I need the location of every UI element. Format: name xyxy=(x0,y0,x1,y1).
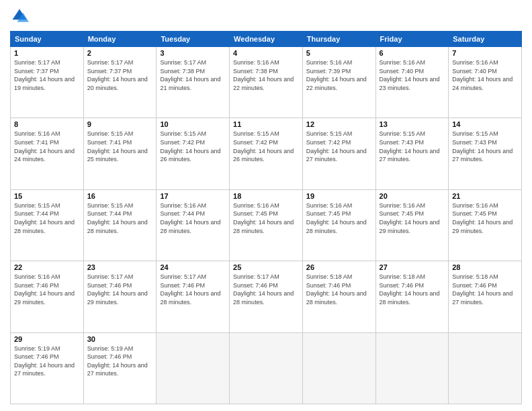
weekday-header-wednesday: Wednesday xyxy=(230,32,303,47)
week-row: 22Sunrise: 5:16 AMSunset: 7:46 PMDayligh… xyxy=(11,261,522,332)
week-row: 1Sunrise: 5:17 AMSunset: 7:37 PMDaylight… xyxy=(11,47,522,118)
table-row: 22Sunrise: 5:16 AMSunset: 7:46 PMDayligh… xyxy=(11,261,84,332)
table-row: 28Sunrise: 5:18 AMSunset: 7:46 PMDayligh… xyxy=(449,261,522,332)
table-row xyxy=(375,332,449,404)
table-row: 7Sunrise: 5:16 AMSunset: 7:40 PMDaylight… xyxy=(449,47,522,118)
header xyxy=(10,7,522,26)
table-row: 3Sunrise: 5:17 AMSunset: 7:38 PMDaylight… xyxy=(157,47,230,118)
weekday-header-sunday: Sunday xyxy=(11,32,84,47)
table-row: 29Sunrise: 5:19 AMSunset: 7:46 PMDayligh… xyxy=(11,332,84,404)
table-row: 24Sunrise: 5:17 AMSunset: 7:46 PMDayligh… xyxy=(157,261,230,332)
table-row: 25Sunrise: 5:17 AMSunset: 7:46 PMDayligh… xyxy=(230,261,303,332)
logo-icon xyxy=(10,7,29,26)
table-row: 4Sunrise: 5:16 AMSunset: 7:38 PMDaylight… xyxy=(230,47,303,118)
weekday-header-saturday: Saturday xyxy=(449,32,522,47)
table-row: 21Sunrise: 5:16 AMSunset: 7:45 PMDayligh… xyxy=(449,189,522,261)
table-row: 1Sunrise: 5:17 AMSunset: 7:37 PMDaylight… xyxy=(11,47,84,118)
table-row: 12Sunrise: 5:15 AMSunset: 7:42 PMDayligh… xyxy=(302,118,375,189)
week-row: 8Sunrise: 5:16 AMSunset: 7:41 PMDaylight… xyxy=(11,118,522,189)
logo xyxy=(10,7,32,26)
week-row: 15Sunrise: 5:15 AMSunset: 7:44 PMDayligh… xyxy=(11,189,522,261)
table-row: 26Sunrise: 5:18 AMSunset: 7:46 PMDayligh… xyxy=(302,261,375,332)
table-row: 20Sunrise: 5:16 AMSunset: 7:45 PMDayligh… xyxy=(375,189,449,261)
table-row: 11Sunrise: 5:15 AMSunset: 7:42 PMDayligh… xyxy=(230,118,303,189)
table-row xyxy=(157,332,230,404)
table-row: 9Sunrise: 5:15 AMSunset: 7:41 PMDaylight… xyxy=(83,118,157,189)
table-row: 19Sunrise: 5:16 AMSunset: 7:45 PMDayligh… xyxy=(302,189,375,261)
weekday-header-tuesday: Tuesday xyxy=(157,32,230,47)
table-row: 23Sunrise: 5:17 AMSunset: 7:46 PMDayligh… xyxy=(83,261,157,332)
table-row: 14Sunrise: 5:15 AMSunset: 7:43 PMDayligh… xyxy=(449,118,522,189)
table-row: 5Sunrise: 5:16 AMSunset: 7:39 PMDaylight… xyxy=(302,47,375,118)
table-row xyxy=(302,332,375,404)
table-row: 8Sunrise: 5:16 AMSunset: 7:41 PMDaylight… xyxy=(11,118,84,189)
calendar-table: SundayMondayTuesdayWednesdayThursdayFrid… xyxy=(10,31,522,404)
table-row: 6Sunrise: 5:16 AMSunset: 7:40 PMDaylight… xyxy=(375,47,449,118)
table-row: 27Sunrise: 5:18 AMSunset: 7:46 PMDayligh… xyxy=(375,261,449,332)
table-row xyxy=(449,332,522,404)
weekday-header-thursday: Thursday xyxy=(302,32,375,47)
week-row: 29Sunrise: 5:19 AMSunset: 7:46 PMDayligh… xyxy=(11,332,522,404)
table-row: 10Sunrise: 5:15 AMSunset: 7:42 PMDayligh… xyxy=(157,118,230,189)
table-row: 30Sunrise: 5:19 AMSunset: 7:46 PMDayligh… xyxy=(83,332,157,404)
table-row: 17Sunrise: 5:16 AMSunset: 7:44 PMDayligh… xyxy=(157,189,230,261)
weekday-header-row: SundayMondayTuesdayWednesdayThursdayFrid… xyxy=(11,32,522,47)
table-row: 18Sunrise: 5:16 AMSunset: 7:45 PMDayligh… xyxy=(230,189,303,261)
weekday-header-friday: Friday xyxy=(375,32,449,47)
table-row: 15Sunrise: 5:15 AMSunset: 7:44 PMDayligh… xyxy=(11,189,84,261)
table-row xyxy=(230,332,303,404)
page: SundayMondayTuesdayWednesdayThursdayFrid… xyxy=(0,0,532,411)
table-row: 16Sunrise: 5:15 AMSunset: 7:44 PMDayligh… xyxy=(83,189,157,261)
table-row: 2Sunrise: 5:17 AMSunset: 7:37 PMDaylight… xyxy=(83,47,157,118)
weekday-header-monday: Monday xyxy=(83,32,157,47)
table-row: 13Sunrise: 5:15 AMSunset: 7:43 PMDayligh… xyxy=(375,118,449,189)
